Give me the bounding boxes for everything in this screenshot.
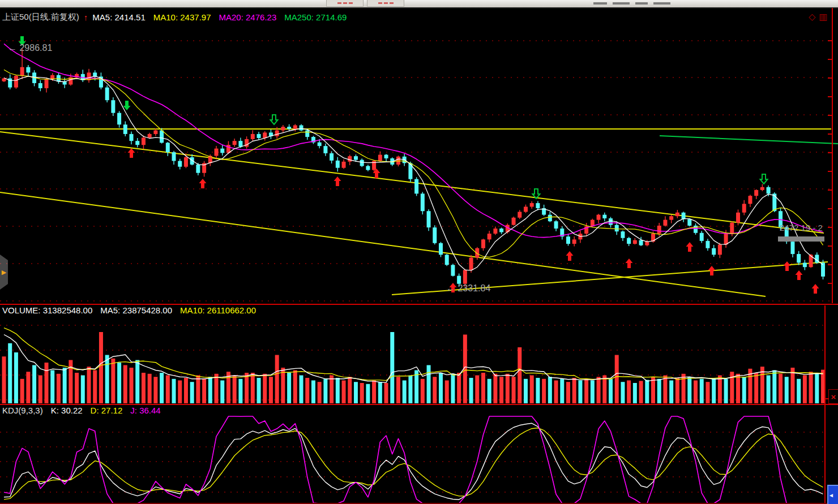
diamond-tool-icon[interactable]: ◇ [809,12,815,21]
kdj-header: KDJ(9,3,3) K: 30.22 D: 27.12 J: 36.44 [2,406,161,415]
volume-ma10-value: MA10: 26110662.00 [180,305,256,315]
ma250-value: MA250: 2714.69 [284,12,347,22]
close-icon: × [831,392,836,402]
chart-canvas[interactable] [0,0,838,504]
window-layout-icon[interactable]: ▥ [819,12,827,21]
kdj-j-value: J: 36.44 [130,406,160,415]
low-price-label: ← 2331.84 [446,283,490,294]
kdj-name: KDJ(9,3,3) [2,406,43,415]
high-price-label: ← 2986.81 [8,43,52,53]
price-band-label: 2472.19 - 2 [780,223,823,232]
handle-arrow-icon: ▶ [2,269,6,276]
scroll-corner-button[interactable]: ◄ [827,485,838,504]
volume-header: VOLUME: 31382548.00 MA5: 23875428.00 MA1… [2,305,256,315]
ma5-value: MA5: 2414.51 [92,12,145,22]
kdj-k-value: K: 30.22 [51,406,83,415]
ma20-value: MA20: 2476.23 [219,12,277,22]
corner-arrow-icon: ◄ [828,492,834,498]
chart-title: 上证50(日线.前复权) [2,12,79,23]
chart-corner-tools: ◇ ▥ [809,12,827,21]
volume-ma5-value: MA5: 23875428.00 [100,305,172,315]
kdj-d-value: D: 27.12 [91,406,123,415]
trend-up-icon: ↑ [84,12,88,22]
main-chart-header: 上证50(日线.前复权) ↑ MA5: 2414.51 MA10: 2437.9… [2,12,347,23]
close-pane-button[interactable]: × [828,389,838,404]
ma10-value: MA10: 2437.97 [153,12,211,22]
trading-app-window: 上证50(日线.前复权) ↑ MA5: 2414.51 MA10: 2437.9… [0,0,838,504]
panel-expand-handle[interactable]: ▶ [0,255,8,290]
volume-value: VOLUME: 31382548.00 [2,305,92,315]
